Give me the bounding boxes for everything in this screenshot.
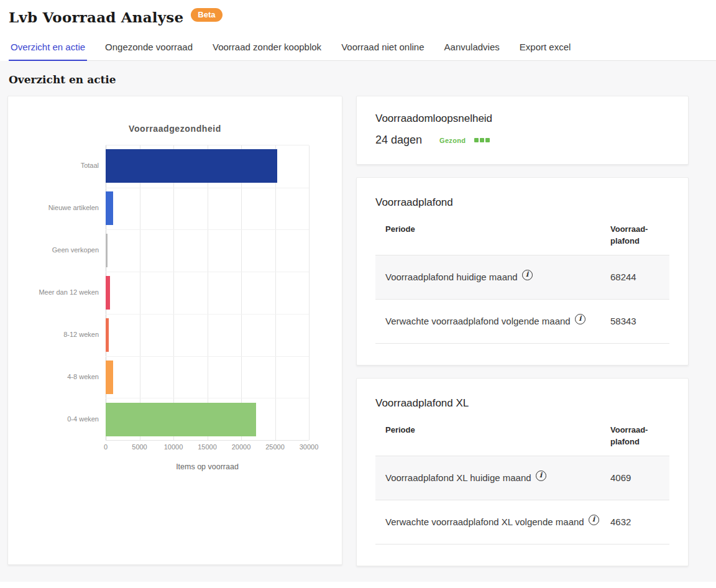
tab-export-excel[interactable]: Export excel — [518, 42, 573, 61]
chart-bar-geen-verkopen[interactable] — [106, 234, 108, 267]
column-header-periode: Periode — [375, 219, 610, 255]
chart-bar-area — [106, 398, 309, 441]
chart-bar-area — [106, 314, 309, 356]
tab-voorraad-zonder-koopblok[interactable]: Voorraad zonder koopblok — [211, 42, 323, 61]
chart-category-label: Geen verkopen — [24, 246, 106, 254]
chart-category-label: Meer dan 12 weken — [24, 288, 106, 296]
tab-voorraad-niet-online[interactable]: Voorraad niet online — [339, 42, 426, 61]
chart-x-tick-label: 25000 — [265, 443, 285, 451]
turnover-card: Voorraadomloopsnelheid 24 dagen Gezond — [356, 96, 689, 165]
chart-bar-area — [106, 145, 309, 187]
chart-row-8-12-weken: 8-12 weken — [24, 314, 326, 356]
voorraadplafond-value: 68244 — [610, 255, 669, 299]
chart-category-label: 4-8 weken — [24, 373, 106, 381]
chart-bar-8-12-weken[interactable] — [106, 318, 109, 352]
tab-bar: Overzicht en actieOngezonde voorraadVoor… — [9, 42, 716, 61]
chart-x-axis-label: Items op voorraad — [106, 462, 309, 471]
chart-x-tick-label: 30000 — [300, 443, 319, 451]
column-header-voorraadplafond: Voorraad-plafond — [610, 420, 669, 456]
content-area: Overzicht en actie Voorraadgezondheid To… — [0, 61, 716, 582]
plafond-xl-card-title: Voorraadplafond XL — [375, 397, 669, 410]
table-row: Voorraadplafond XL huidige maandi4069 — [375, 456, 669, 500]
chart-category-label: 0-4 weken — [24, 415, 106, 423]
chart-category-label: 8-12 weken — [24, 331, 106, 339]
column-header-voorraadplafond: Voorraad-plafond — [610, 219, 669, 255]
tab-overzicht-en-actie[interactable]: Overzicht en actie — [9, 42, 87, 61]
plafond-card: Voorraadplafond Periode Voorraad-plafond… — [356, 177, 689, 365]
periode-cell: Verwachte voorraadplafond volgende maand… — [375, 299, 610, 343]
chart-x-tick-label: 10000 — [164, 443, 183, 451]
info-icon[interactable]: i — [589, 515, 599, 525]
info-icon[interactable]: i — [522, 270, 533, 280]
chart-bar-area — [106, 272, 309, 314]
chart-card: Voorraadgezondheid TotaalNieuwe artikele… — [7, 96, 342, 565]
chart-bar-4-8-weken[interactable] — [106, 361, 113, 394]
column-header-periode: Periode — [375, 420, 610, 456]
page: Lvb Voorraad Analyse Beta Overzicht en a… — [0, 0, 716, 588]
table-row: Voorraadplafond huidige maandi68244 — [375, 255, 669, 299]
chart-row-geen-verkopen: Geen verkopen — [24, 229, 326, 272]
periode-cell: Verwachte voorraadplafond XL volgende ma… — [375, 500, 610, 544]
chart-row-4-8-weken: 4-8 weken — [24, 356, 326, 398]
plafond-card-title: Voorraadplafond — [375, 196, 669, 209]
plafond-xl-card: Voorraadplafond XL Periode Voorraad-plaf… — [356, 378, 689, 566]
voorraadplafond-value: 4069 — [610, 456, 669, 500]
bar-chart: TotaalNieuwe artikelenGeen verkopenMeer … — [24, 145, 326, 441]
status-square — [480, 138, 484, 142]
periode-cell: Voorraadplafond huidige maandi — [375, 255, 610, 299]
right-column: Voorraadomloopsnelheid 24 dagen Gezond V… — [356, 96, 689, 566]
table-header-row: Periode Voorraad-plafond — [375, 420, 669, 456]
turnover-value: 24 dagen — [375, 134, 422, 147]
info-icon[interactable]: i — [575, 314, 585, 324]
info-icon[interactable]: i — [536, 471, 546, 481]
chart-bar-0-4-weken[interactable] — [106, 403, 256, 436]
table-header-row: Periode Voorraad-plafond — [375, 219, 669, 255]
chart-bar-totaal[interactable] — [106, 149, 277, 183]
tab-aanvuladvies[interactable]: Aanvuladvies — [443, 42, 502, 61]
chart-bar-meer-dan-12-weken[interactable] — [106, 276, 110, 310]
chart-row-0-4-weken: 0-4 weken — [24, 398, 326, 441]
chart-x-tick-label: 20000 — [232, 443, 251, 451]
plafond-xl-table: Periode Voorraad-plafond Voorraadplafond… — [375, 420, 669, 544]
chart-x-tick-label: 5000 — [132, 443, 147, 451]
cards-row: Voorraadgezondheid TotaalNieuwe artikele… — [7, 96, 689, 566]
chart-category-label: Totaal — [24, 162, 106, 170]
status-square — [474, 138, 479, 142]
chart-category-label: Nieuwe artikelen — [24, 204, 106, 212]
voorraadplafond-value: 4632 — [610, 500, 669, 544]
signal-bars-icon — [474, 138, 490, 142]
chart-row-totaal: Totaal — [24, 145, 326, 187]
status-badge: Gezond — [439, 137, 466, 144]
turnover-row: 24 dagen Gezond — [375, 134, 669, 147]
chart-bar-nieuwe-artikelen[interactable] — [106, 191, 113, 225]
plafond-table: Periode Voorraad-plafond Voorraadplafond… — [375, 219, 669, 344]
chart-x-tick-label: 0 — [104, 443, 108, 451]
voorraadplafond-value: 58343 — [610, 299, 669, 343]
tab-ongezonde-voorraad[interactable]: Ongezonde voorraad — [103, 42, 195, 61]
chart-bar-area — [106, 229, 309, 272]
status-square — [485, 138, 490, 142]
chart-x-axis: 050001000015000200002500030000 — [106, 443, 309, 452]
page-header: Lvb Voorraad Analyse Beta Overzicht en a… — [0, 0, 716, 61]
beta-badge: Beta — [191, 8, 222, 22]
chart-bar-area — [106, 356, 309, 398]
turnover-card-title: Voorraadomloopsnelheid — [375, 113, 669, 125]
page-heading: Overzicht en actie — [9, 73, 689, 86]
chart-x-tick-label: 15000 — [198, 443, 217, 451]
chart-row-meer-dan-12-weken: Meer dan 12 weken — [24, 272, 326, 314]
chart-title: Voorraadgezondheid — [24, 124, 326, 134]
app-title: Lvb Voorraad Analyse — [9, 9, 183, 25]
chart-row-nieuwe-artikelen: Nieuwe artikelen — [24, 187, 326, 229]
table-row: Verwachte voorraadplafond XL volgende ma… — [375, 500, 669, 544]
chart-bar-area — [106, 187, 309, 229]
periode-cell: Voorraadplafond XL huidige maandi — [375, 456, 610, 500]
table-row: Verwachte voorraadplafond volgende maand… — [375, 299, 669, 343]
title-row: Lvb Voorraad Analyse Beta — [9, 9, 716, 25]
